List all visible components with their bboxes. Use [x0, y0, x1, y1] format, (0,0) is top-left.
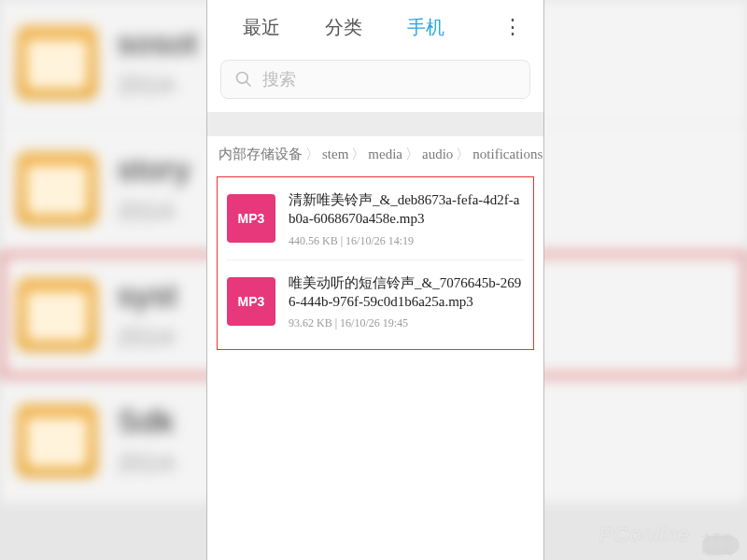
breadcrumb: 内部存储设备 〉 stem 〉 media 〉 audio 〉 notifica… — [207, 136, 543, 171]
search-field[interactable] — [220, 60, 530, 99]
bg-title: sosot — [118, 25, 198, 62]
file-row[interactable]: MP3 清新唯美铃声_&_deb8673a-fefa-4d2f-ab0a-606… — [218, 177, 533, 259]
svg-line-1 — [247, 82, 251, 87]
phone-panel: 最近 分类 手机 ⋮ 内部存储设备 〉 stem 〉 media 〉 audio… — [206, 0, 544, 560]
file-stat: 93.62 KB | 16/10/26 19:45 — [289, 316, 524, 330]
file-name: 清新唯美铃声_&_deb8673a-fefa-4d2f-ab0a-6068670… — [289, 190, 524, 229]
bg-subtitle: 2014- — [118, 323, 180, 352]
tab-bar: 最近 分类 手机 ⋮ — [207, 0, 543, 54]
svg-point-0 — [237, 73, 248, 84]
crumb[interactable]: media — [368, 147, 402, 162]
tab-phone[interactable]: 手机 — [407, 15, 444, 40]
crumb[interactable]: audio — [422, 147, 453, 162]
bg-subtitle: 2014- — [118, 71, 198, 100]
filetype-badge: MP3 — [227, 194, 275, 243]
search-input[interactable] — [262, 70, 516, 90]
section-gap — [207, 112, 543, 136]
folder-icon — [17, 152, 97, 225]
watermark-text: PConline — [599, 523, 690, 546]
tab-category[interactable]: 分类 — [325, 15, 362, 40]
bg-subtitle: 2014- — [118, 449, 180, 478]
chevron-right-icon: 〉 — [456, 146, 470, 163]
more-icon[interactable]: ⋮ — [502, 15, 523, 39]
bg-title: syst — [118, 277, 180, 314]
watermark: PConline 太平洋电脑网 — [599, 523, 740, 554]
file-stat: 440.56 KB | 16/10/26 14:19 — [289, 234, 524, 248]
folder-icon — [17, 26, 97, 99]
chevron-right-icon: 〉 — [405, 146, 419, 163]
crumb[interactable]: 内部存储设备 — [218, 146, 303, 163]
tab-recent[interactable]: 最近 — [243, 15, 280, 40]
search-icon — [234, 70, 253, 89]
crumb[interactable]: notifications — [472, 147, 543, 162]
folder-icon — [17, 278, 97, 351]
bg-title: Sdk — [118, 403, 180, 440]
filetype-badge: MP3 — [227, 277, 275, 326]
watermark-badge: 太平洋电脑网 — [702, 536, 740, 554]
bg-title: story — [118, 151, 191, 188]
chevron-right-icon: 〉 — [351, 146, 365, 163]
chevron-right-icon: 〉 — [305, 146, 319, 163]
folder-icon — [17, 404, 97, 477]
file-row[interactable]: MP3 唯美动听的短信铃声_&_7076645b-2696-444b-976f-… — [218, 260, 533, 343]
file-list-highlight: MP3 清新唯美铃声_&_deb8673a-fefa-4d2f-ab0a-606… — [217, 176, 534, 350]
bg-subtitle: 2014- — [118, 197, 191, 226]
crumb[interactable]: stem — [322, 147, 348, 162]
file-name: 唯美动听的短信铃声_&_7076645b-2696-444b-976f-59c0… — [289, 273, 524, 312]
